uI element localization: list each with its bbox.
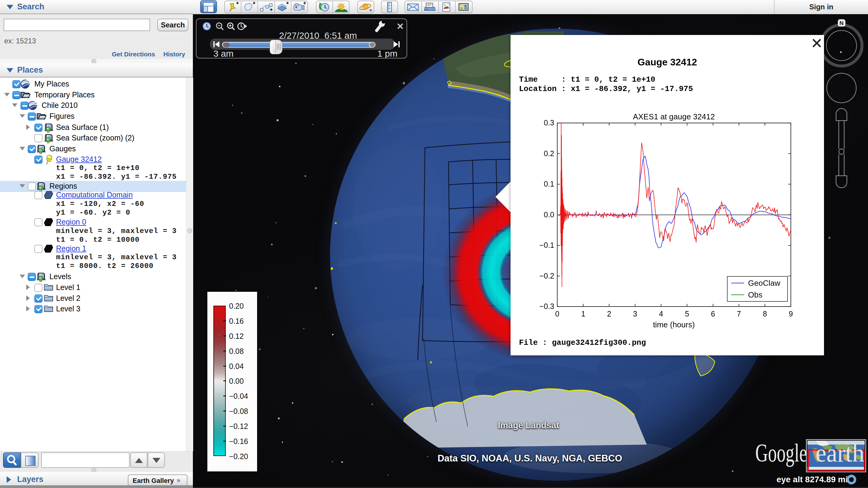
svg-text:0.2: 0.2 — [544, 149, 554, 158]
svg-text:3: 3 — [633, 310, 637, 318]
svg-text:−0.1: −0.1 — [539, 241, 554, 249]
svg-text:0: 0 — [555, 310, 559, 318]
svg-text:2: 2 — [607, 310, 611, 318]
svg-text:N: N — [839, 20, 844, 26]
svg-text:7: 7 — [737, 310, 741, 318]
svg-text:1: 1 — [581, 310, 585, 318]
svg-text:time (hours): time (hours) — [653, 320, 695, 329]
svg-text:Obs: Obs — [748, 290, 763, 299]
svg-text:8: 8 — [763, 310, 767, 318]
svg-text:Google: Google — [755, 440, 807, 467]
svg-text:GeoClaw: GeoClaw — [748, 278, 780, 287]
svg-text:0.3: 0.3 — [544, 118, 554, 127]
svg-text:4: 4 — [659, 310, 663, 318]
svg-text:9: 9 — [789, 310, 793, 318]
svg-text:6: 6 — [711, 310, 715, 318]
svg-text:AXES1 at gauge 32412: AXES1 at gauge 32412 — [633, 112, 715, 121]
svg-text:earth: earth — [815, 440, 864, 467]
svg-text:−0.2: −0.2 — [539, 272, 554, 280]
svg-text:−0.3: −0.3 — [539, 302, 554, 310]
svg-text:0.1: 0.1 — [544, 180, 554, 188]
svg-text:5: 5 — [685, 310, 689, 318]
svg-text:0.0: 0.0 — [544, 210, 554, 219]
